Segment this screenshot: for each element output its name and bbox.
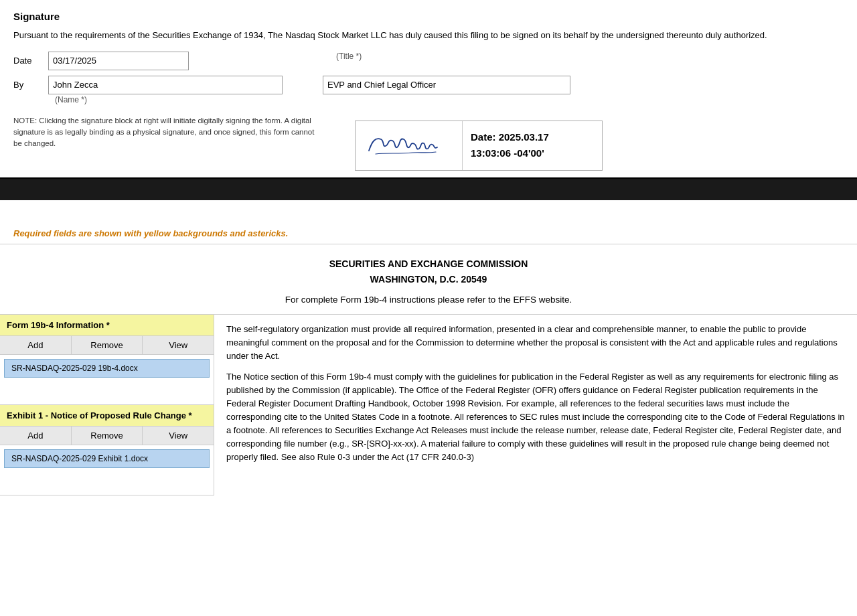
signature-section: Signature Pursuant to the requirements o… [0,0,857,179]
exhibit1-section: Exhibit 1 - Notice of Proposed Rule Chan… [0,405,214,495]
form-19b4-file[interactable]: SR-NASDAQ-2025-029 19b-4.docx [4,359,210,378]
signature-title: Signature [13,11,844,22]
title-asterisk-label: (Title *) [336,52,362,61]
date-input[interactable] [48,52,189,70]
section-divider-bar [0,179,857,200]
form-19b4-spacer [0,378,214,404]
date-row: Date (Title *) [13,52,844,70]
form-19b4-description: The self-regulatory organization must pr… [226,323,845,363]
exhibit1-add-button[interactable]: Add [0,427,72,445]
sec-title-line2: WASHINGTON, D.C. 20549 [13,272,844,288]
exhibit1-description: The Notice section of this Form 19b-4 mu… [226,370,845,465]
form-19b4-header: Form 19b-4 Information * [0,315,214,336]
sec-header: SECURITIES AND EXCHANGE COMMISSION WASHI… [0,244,857,295]
right-panel: The self-regulatory organization must pr… [214,315,857,495]
main-content-area: Form 19b-4 Information * Add Remove View… [0,314,857,495]
by-label: By [13,80,40,90]
exhibit1-file[interactable]: SR-NASDAQ-2025-029 Exhibit 1.docx [4,449,210,468]
signature-date-text: Date: 2025.03.17 13:03:06 -04'00' [463,124,602,167]
exhibit1-view-button[interactable]: View [143,427,214,445]
signature-note: NOTE: Clicking the signature block at ri… [13,115,321,150]
sig-date-line1: Date: 2025.03.17 [471,129,594,145]
exhibit1-header: Exhibit 1 - Notice of Proposed Rule Chan… [0,405,214,427]
date-label: Date [13,56,40,66]
sig-date-line2: 13:03:06 -04'00' [471,145,594,161]
effs-instructions: For complete Form 19b-4 instructions ple… [0,295,857,305]
name-asterisk-label: (Name *) [55,95,87,104]
sec-title-line1: SECURITIES AND EXCHANGE COMMISSION [13,256,844,273]
signature-note-row: NOTE: Clicking the signature block at ri… [13,115,844,171]
signature-block-container: Date: 2025.03.17 13:03:06 -04'00' [355,115,603,171]
date-field-group: Date [13,52,189,70]
title-field-group: (Title *) [336,52,362,62]
form-19b4-view-button[interactable]: View [143,336,214,354]
left-panel: Form 19b-4 Information * Add Remove View… [0,315,214,495]
exhibit1-remove-button[interactable]: Remove [72,427,143,445]
title-input-group [323,76,570,94]
signature-description: Pursuant to the requirements of the Secu… [13,29,844,42]
form-19b4-section: Form 19b-4 Information * Add Remove View… [0,315,214,405]
by-field-group: By (Name *) [13,76,283,104]
form-19b4-actions: Add Remove View [0,336,214,355]
signature-block[interactable]: Date: 2025.03.17 13:03:06 -04'00' [355,121,603,171]
name-input[interactable] [48,76,283,94]
required-fields-notice: Required fields are shown with yellow ba… [0,219,857,244]
exhibit1-spacer [0,468,214,495]
form-19b4-remove-button[interactable]: Remove [72,336,143,354]
by-row: By (Name *) [13,76,844,104]
title-input[interactable] [323,76,570,94]
signature-image [356,121,463,170]
spacer [0,200,857,219]
form-19b4-add-button[interactable]: Add [0,336,72,354]
exhibit1-actions: Add Remove View [0,427,214,445]
